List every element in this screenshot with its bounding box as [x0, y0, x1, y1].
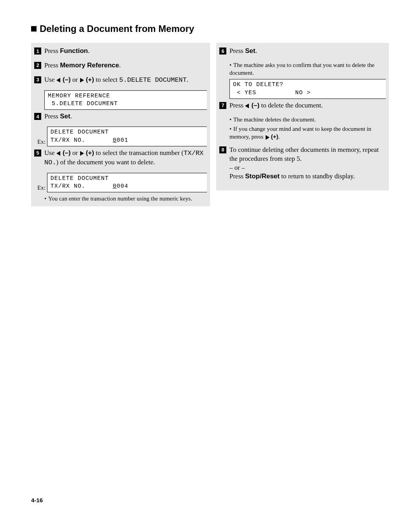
text: Press	[229, 102, 245, 109]
lcd-line: TX/RX NO. 0004	[51, 183, 128, 190]
sub-bullet: •The machine asks you to confirm that yo…	[229, 61, 386, 77]
text: .	[70, 113, 72, 120]
step-3: 3 Use (–) or (+) to select 5.DELETE DOCU…	[34, 76, 207, 85]
lcd-line: DELETE DOCUMENT	[51, 129, 109, 135]
step-5: 5 Use (–) or (+) to select the transacti…	[34, 149, 207, 167]
cursor-digit: 0	[113, 183, 117, 190]
text: to select the transaction number (	[94, 149, 184, 157]
plus-label: (+)	[271, 133, 278, 140]
mono-text: 5.DELETE DOCUMENT	[119, 76, 187, 84]
text: Press	[229, 172, 245, 180]
button-label: Set	[60, 113, 70, 120]
step-body: Press Function.	[44, 47, 207, 56]
sub-bullet: •The machine deletes the document.	[229, 116, 386, 123]
triangle-right-icon	[80, 78, 84, 83]
step-2: 2 Press Memory Reference.	[34, 61, 207, 70]
sub-bullet: •If you change your mind and want to kee…	[229, 125, 386, 141]
section-heading: Deleting a Document from Memory	[31, 23, 389, 34]
text: .	[187, 76, 188, 83]
minus-label: (–)	[63, 149, 71, 157]
text: to return to standby display.	[280, 172, 355, 180]
step-8: 8 To continue deleting other documents i…	[219, 146, 386, 181]
step-number: 4	[34, 113, 41, 120]
text: Press	[44, 62, 60, 69]
step-number: 1	[34, 48, 41, 55]
triangle-left-icon	[56, 151, 60, 156]
text: Press	[44, 113, 60, 120]
text: Press	[229, 47, 245, 55]
bullet-text: The machine deletes the document.	[233, 116, 316, 123]
cursor-digit: 0	[113, 137, 117, 144]
example-label: Ex:	[37, 139, 46, 145]
text: Use	[44, 149, 56, 157]
step-number: 5	[34, 150, 41, 157]
or-text: – or –	[229, 164, 245, 171]
button-label: Set	[245, 47, 255, 55]
text: or	[71, 76, 80, 83]
step-1: 1 Press Function.	[34, 47, 207, 56]
step-body: Press Set.	[44, 112, 207, 121]
text: .	[119, 62, 121, 69]
heading-text: Deleting a Document from Memory	[40, 23, 194, 34]
step-body: Press Memory Reference.	[44, 61, 207, 70]
plus-label: (+)	[86, 149, 94, 157]
text: Press	[44, 47, 60, 55]
text: to select	[94, 76, 119, 83]
columns-container: 1 Press Function. 2 Press Memory Referen…	[31, 43, 389, 206]
triangle-right-icon	[266, 135, 270, 140]
triangle-right-icon	[80, 151, 84, 156]
left-column: 1 Press Function. 2 Press Memory Referen…	[31, 43, 210, 206]
text: To continue deleting other documents in …	[229, 146, 379, 162]
text: to delete the document.	[259, 102, 323, 109]
text: or	[71, 149, 80, 157]
step-number: 8	[219, 146, 226, 153]
triangle-left-icon	[245, 104, 249, 108]
minus-label: (–)	[63, 76, 71, 83]
step-7: 7 Press (–) to delete the document.	[219, 101, 386, 110]
plus-label: (+)	[86, 76, 94, 83]
bullet-dot: •	[44, 195, 48, 202]
step-body: Use (–) or (+) to select 5.DELETE DOCUME…	[44, 76, 207, 85]
step-number: 2	[34, 62, 41, 69]
display-wrap: Ex: DELETE DOCUMENT TX/RX NO. 0001	[37, 127, 207, 146]
step-number: 3	[34, 76, 41, 83]
step-number: 6	[219, 48, 226, 55]
example-label: Ex:	[37, 185, 46, 191]
button-label: Stop/Reset	[245, 172, 280, 180]
right-column-bg: 6 Press Set. •The machine asks you to co…	[216, 43, 389, 190]
lcd-line: TX/RX NO. 0001	[51, 137, 128, 144]
bullet-dot: •	[229, 61, 233, 69]
right-column: 6 Press Set. •The machine asks you to co…	[216, 43, 389, 206]
text: .	[256, 47, 257, 55]
minus-label: (–)	[251, 102, 259, 109]
step-body: Press Set.	[229, 47, 386, 56]
button-label: Memory Reference	[60, 62, 119, 69]
lcd-display: DELETE DOCUMENT TX/RX NO. 0004	[47, 173, 207, 193]
lcd-display: DELETE DOCUMENT TX/RX NO. 0001	[47, 127, 207, 146]
lcd-display: OK TO DELETE? < YES NO >	[229, 79, 386, 99]
text: Use	[44, 76, 56, 83]
text: ) of the document you want to delete.	[56, 158, 155, 166]
page-number: 4-16	[31, 497, 43, 503]
lcd-display: MEMORY REFERENCE 5.DELETE DOCUMENT	[44, 90, 207, 110]
step-6: 6 Press Set.	[219, 47, 386, 56]
lcd-line: DELETE DOCUMENT	[51, 175, 109, 182]
step-number: 7	[219, 102, 226, 109]
sub-bullet: •You can enter the transaction number us…	[44, 195, 207, 202]
bullet-text: If you change your mind and want to keep…	[229, 126, 371, 140]
button-label: Function	[60, 47, 88, 55]
step-body: Press (–) to delete the document.	[229, 101, 386, 110]
display-wrap: Ex: DELETE DOCUMENT TX/RX NO. 0004	[37, 173, 207, 193]
step-body: Use (–) or (+) to select the transaction…	[44, 149, 207, 167]
bullet-dot: •	[229, 116, 233, 123]
step-body: To continue deleting other documents in …	[229, 146, 386, 181]
bullet-text: The machine asks you to confirm that you…	[229, 62, 374, 76]
text: .	[278, 134, 280, 140]
text: .	[88, 47, 89, 55]
bullet-text: You can enter the transaction number usi…	[48, 195, 192, 202]
triangle-left-icon	[56, 78, 60, 83]
bullet-dot: •	[229, 125, 233, 133]
heading-bullet	[31, 26, 37, 32]
step-4: 4 Press Set.	[34, 112, 207, 121]
